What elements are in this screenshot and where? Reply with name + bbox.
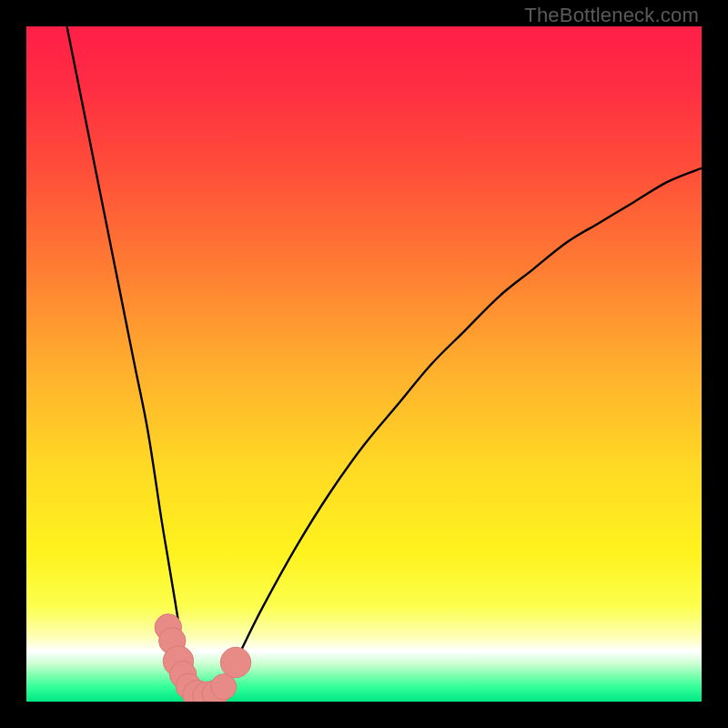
data-marker	[220, 647, 250, 677]
plot-area	[26, 26, 702, 702]
bottleneck-curve	[67, 26, 702, 699]
data-markers	[155, 614, 251, 702]
watermark-text: TheBottleneck.com	[524, 4, 699, 27]
outer-frame: TheBottleneck.com	[0, 0, 728, 728]
data-marker	[211, 674, 237, 700]
chart-svg	[26, 26, 702, 702]
